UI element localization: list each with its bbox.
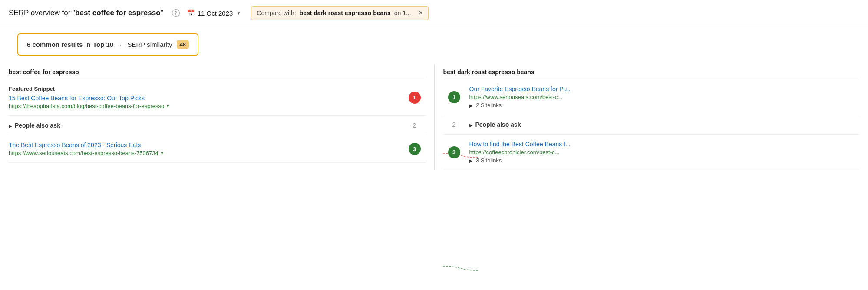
rank-number: 2 <box>443 121 465 128</box>
url-text: https://theappbarista.com/blog/best-coff… <box>9 103 164 109</box>
result-url: https://www.seriouseats.com/best-c... <box>469 94 860 100</box>
url-text: https://coffeechronicler.com/best-c... <box>469 149 560 155</box>
calendar-icon: 📅 <box>187 9 195 17</box>
common-results: 6 common results <box>27 41 83 48</box>
result-content: The Best Espresso Beans of 2023 - Seriou… <box>9 142 404 156</box>
people-ask-label: People also ask <box>15 122 60 129</box>
url-text: https://www.seriouseats.com/best-espress… <box>9 150 158 156</box>
result-url: https://coffeechronicler.com/best-c... <box>469 149 860 155</box>
position-badge: 3 <box>448 146 460 158</box>
compare-label: Compare with: <box>257 10 296 16</box>
result-url: https://www.seriouseats.com/best-espress… <box>9 150 404 156</box>
result-content: Our Favorite Espresso Beans for Pu... ht… <box>469 86 860 109</box>
position-badge: 1 <box>409 92 421 104</box>
chevron-down-icon: ▼ <box>236 11 241 16</box>
compare-keyword: best dark roast espresso beans <box>300 10 391 16</box>
url-text: https://www.seriouseats.com/best-c... <box>469 94 563 100</box>
sitelinks-text: 3 Sitelinks <box>476 157 502 164</box>
expand-icon[interactable]: ▶ <box>469 123 473 128</box>
rank-number: 2 <box>404 122 426 129</box>
url-chevron-icon[interactable]: ▼ <box>166 104 170 109</box>
expand-icon[interactable]: ▶ <box>469 158 473 163</box>
compare-bar: Compare with: best dark roast espresso b… <box>251 6 429 20</box>
table-row: ▶ People also ask 2 <box>9 116 426 135</box>
right-column: best dark roast espresso beans 1 Our Fav… <box>434 64 868 170</box>
expand-icon[interactable]: ▶ <box>469 103 473 108</box>
top-label: Top 10 <box>93 41 113 48</box>
left-column: best coffee for espresso Featured Snippe… <box>0 64 434 170</box>
summary-section: 6 common results in Top 10 · SERP simila… <box>0 26 868 63</box>
rank-badge-area: 3 <box>443 146 465 158</box>
table-row: 3 How to find the Best Coffee Beans f...… <box>443 135 860 170</box>
result-title[interactable]: The Best Espresso Beans of 2023 - Seriou… <box>9 142 404 148</box>
people-ask-content: ▶ People also ask <box>9 122 404 129</box>
sitelinks-text: 2 Sitelinks <box>476 102 502 109</box>
result-url: https://theappbarista.com/blog/best-coff… <box>9 103 404 109</box>
table-row: The Best Espresso Beans of 2023 - Seriou… <box>9 135 426 163</box>
result-label: Featured Snippet <box>9 86 404 92</box>
table-row: 1 Our Favorite Espresso Beans for Pu... … <box>443 79 860 115</box>
search-keyword: best coffee for espresso <box>75 9 161 17</box>
sitelinks-label: ▶ 3 Sitelinks <box>469 157 860 164</box>
help-icon[interactable]: ? <box>172 9 180 17</box>
people-ask-content: ▶ People also ask <box>469 121 860 128</box>
result-title[interactable]: Our Favorite Espresso Beans for Pu... <box>469 86 860 92</box>
result-content: Featured Snippet 15 Best Coffee Beans fo… <box>9 86 404 109</box>
page-wrapper: SERP overview for "best coffee for espre… <box>0 0 868 290</box>
result-title[interactable]: 15 Best Coffee Beans for Espresso: Our T… <box>9 95 404 102</box>
close-button[interactable]: × <box>419 10 423 16</box>
rank-badge-area: 1 <box>443 91 465 103</box>
rank-badge-area: 1 <box>404 92 426 104</box>
similarity-badge: 48 <box>177 40 189 49</box>
result-title[interactable]: How to find the Best Coffee Beans f... <box>469 141 860 148</box>
columns-wrapper: best coffee for espresso Featured Snippe… <box>0 64 868 170</box>
compare-suffix: on 1... <box>394 10 411 16</box>
header-bar: SERP overview for "best coffee for espre… <box>0 0 868 26</box>
serp-title: SERP overview for "best coffee for espre… <box>9 9 163 17</box>
url-chevron-icon[interactable]: ▼ <box>160 151 164 155</box>
date-text: 11 Oct 2023 <box>198 10 233 17</box>
table-row: 2 ▶ People also ask <box>443 115 860 135</box>
result-content: How to find the Best Coffee Beans f... h… <box>469 141 860 164</box>
table-row: Featured Snippet 15 Best Coffee Beans fo… <box>9 79 426 116</box>
rank-badge-area: 3 <box>404 143 426 155</box>
summary-box: 6 common results in Top 10 · SERP simila… <box>17 33 198 56</box>
dot-separator: · <box>119 41 121 48</box>
sitelinks-label: ▶ 2 Sitelinks <box>469 102 860 109</box>
date-picker[interactable]: 📅 11 Oct 2023 ▼ <box>187 9 241 17</box>
in-label: in <box>85 41 90 48</box>
expand-icon[interactable]: ▶ <box>9 124 12 129</box>
position-badge: 1 <box>448 91 460 103</box>
right-column-header: best dark roast espresso beans <box>443 64 860 79</box>
left-column-header: best coffee for espresso <box>9 64 426 79</box>
position-badge: 3 <box>409 143 421 155</box>
people-ask-label: People also ask <box>475 121 521 128</box>
similarity-label: SERP similarity <box>127 41 172 48</box>
